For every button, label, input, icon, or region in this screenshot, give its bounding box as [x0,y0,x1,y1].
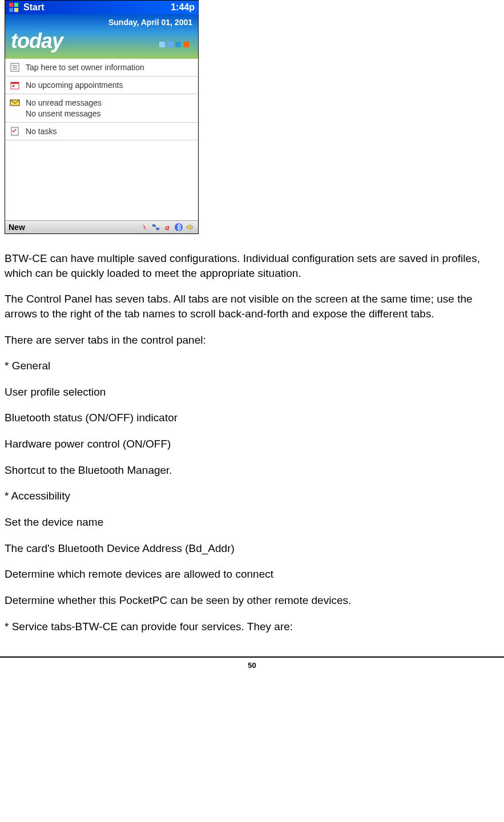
titlebar: Start 1:44p [5,1,198,14]
speaker-icon[interactable] [186,223,195,232]
svg-rect-14 [156,228,159,230]
unread-messages-text: No unread messages [26,98,193,108]
tasks-item[interactable]: No tasks [5,123,198,140]
paragraph: The Control Panel has seven tabs. All ta… [5,292,499,321]
unsent-messages-text: No unsent messages [26,108,193,119]
system-tray: a [140,223,195,232]
new-button[interactable]: New [9,223,140,232]
clock-label[interactable]: 1:44p [171,2,195,13]
windows-logo-icon[interactable] [9,2,19,13]
paragraph: * General [5,358,499,373]
svg-rect-13 [152,224,155,227]
document-body: BTW-CE can have multiple saved configura… [5,251,499,634]
calendar-icon [10,80,20,90]
today-list: Tap here to set owner information No upc… [5,59,198,140]
paragraph: Determine whether this PocketPC can be s… [5,593,499,608]
svg-rect-3 [14,8,18,12]
svg-rect-1 [14,3,18,7]
paragraph: Bluetooth status (ON/OFF) indicator [5,410,499,425]
paragraph: * Service tabs-BTW-CE can provide four s… [5,619,499,634]
svg-rect-12 [11,127,18,135]
page-number: 50 [0,658,504,675]
power-icon[interactable] [140,223,149,232]
svg-rect-0 [9,3,13,7]
owner-info-item[interactable]: Tap here to set owner information [5,59,198,76]
svg-rect-9 [11,82,19,84]
date-label: Sunday, April 01, 2001 [11,18,192,27]
appointments-text: No upcoming appointments [26,80,193,90]
svg-rect-2 [9,8,13,12]
pocketpc-screenshot: Start 1:44p Sunday, April 01, 2001 today [5,0,199,234]
messages-item[interactable]: No unread messages No unsent messages [5,94,198,122]
svg-marker-18 [187,224,191,230]
bottom-bar: New a [5,220,198,233]
paragraph: User profile selection [5,385,499,400]
owner-info-text: Tap here to set owner information [26,62,193,72]
connection-icon[interactable] [151,223,160,232]
paragraph: Determine which remote devices are allow… [5,567,499,582]
paragraph: Shortcut to the Bluetooth Manager. [5,463,499,478]
tasks-text: No tasks [26,126,193,136]
paragraph: BTW-CE can have multiple saved configura… [5,251,499,280]
paragraph: The card's Bluetooth Device Address (Bd_… [5,541,499,556]
start-label[interactable]: Start [23,2,171,13]
today-header: Sunday, April 01, 2001 today [5,14,198,59]
today-title: today [11,29,63,53]
bluetooth-icon[interactable] [174,223,183,232]
paragraph: Set the device name [5,515,499,530]
appointments-item[interactable]: No upcoming appointments [5,76,198,94]
owner-icon [10,62,20,72]
decorative-squares [159,42,189,47]
svg-rect-10 [13,85,14,87]
paragraph: * Accessibility [5,489,499,503]
app-icon[interactable]: a [163,223,172,232]
tasks-icon [10,126,20,136]
paragraph: There are server tabs in the control pan… [5,333,499,348]
paragraph: Hardware power control (ON/OFF) [5,437,499,452]
svg-text:a: a [166,223,170,232]
svg-line-15 [155,225,156,229]
empty-area [5,140,198,220]
envelope-icon [10,98,20,108]
